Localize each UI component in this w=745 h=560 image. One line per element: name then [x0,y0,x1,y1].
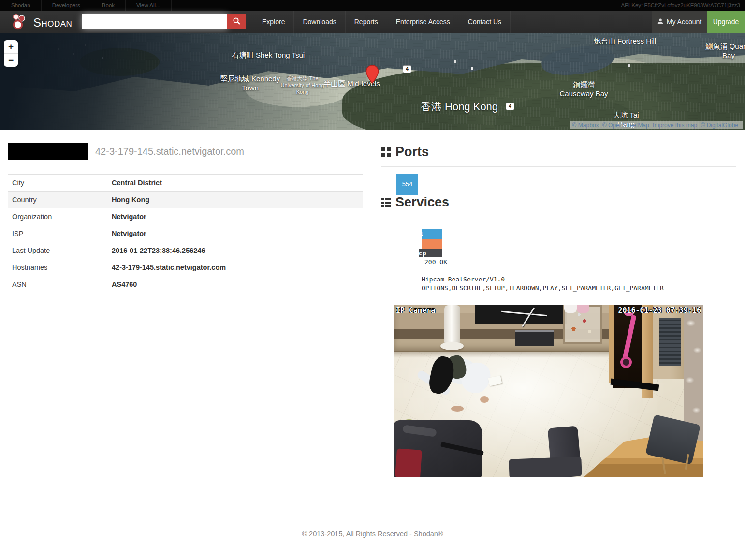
nav-item-reports[interactable]: Reports [345,11,387,33]
nav-item-downloads[interactable]: Downloads [293,11,345,33]
row-value: AS4760 [108,276,363,293]
map-label-causeway-bay: 銅鑼灣 Causeway Bay [556,80,612,99]
table-row: ASN AS4760 [8,276,363,293]
nav-item-contact-us[interactable]: Contact Us [459,11,511,33]
host-hostname: 42-3-179-145.static.netvigator.com [95,146,244,157]
utility-link-book[interactable]: Book [91,0,125,11]
digitalglobe-attribution-link[interactable]: © DigitalGlobe [701,122,738,129]
upgrade-button[interactable]: Upgrade [707,11,745,33]
ports-divider [381,166,736,167]
row-label: Last Update [8,242,108,259]
nav-item-enterprise-access[interactable]: Enterprise Access [387,11,459,33]
camera-overlay-label: IP Camera [396,306,435,315]
search-icon [233,17,241,27]
camera-art-door-frame-left [609,305,614,383]
map-pin-icon[interactable] [365,65,379,86]
bottom-divider [381,488,736,488]
service-protocol-badge: rtsp [422,239,442,249]
camera-screenshot[interactable]: IP Camera 2016-01-23 07:39:16 [394,305,703,477]
row-value: Netvigator [108,208,363,225]
row-label: ASN [8,276,108,293]
row-label: Hostnames [8,259,108,276]
service-status-line: 200 OK [424,258,736,266]
camera-art-tv [475,305,567,324]
row-label: City [8,175,108,192]
service-port-badge: 554 [422,229,442,239]
host-header: 42-3-179-145.static.netvigator.com [8,143,363,160]
host-header-divider [8,171,363,171]
table-row: Hostnames 42-3-179-145.static.netvigator… [8,259,363,276]
map-label-fortress-hill: 炮台山 Fortress Hill [592,37,657,46]
ports-title: Ports [395,145,429,160]
host-details-column: 42-3-179-145.static.netvigator.com City … [8,143,363,293]
camera-art-tower-fan [444,305,460,346]
table-row: ISP Netvigator [8,225,363,242]
route-shield-4-west: 4 [403,65,411,73]
redacted-ip-block [8,143,88,160]
row-label: Organization [8,208,108,225]
utility-link-view-all[interactable]: View All... [125,0,172,11]
main-content: 42-3-179-145.static.netvigator.com City … [0,130,745,523]
ports-grid-icon [381,147,391,157]
zoom-out-button[interactable]: − [4,54,18,67]
mapbox-attribution-link[interactable]: © Mapbox [572,122,599,129]
banner-line-methods: OPTIONS,DESCRIBE,SETUP,TEARDOWN,PLAY,SET… [422,284,664,292]
row-value: 42-3-179-145.static.netvigator.com [108,259,363,276]
camera-art-av-receiver [515,330,554,346]
utility-link-developers[interactable]: Developers [41,0,91,11]
row-value: Central District [108,175,363,192]
port-badge-554[interactable]: 554 [396,174,418,195]
camera-art-person-right-hand [480,396,489,403]
services-list-icon [381,198,391,207]
camera-art-person-knee [451,406,464,412]
service-badge-stack: 554 rtsp tcp [419,229,736,257]
camera-art-red-cushion [395,448,422,477]
services-heading: Services [381,195,736,210]
map-zoom-control: + − [4,40,18,67]
services-divider [381,217,736,217]
user-icon [657,18,664,26]
main-navbar: Shodan Explore Downloads Reports Enterpr… [0,11,745,33]
table-row: Organization Netvigator [8,208,363,225]
map-label-hong-kong: 香港 Hong Kong [406,100,512,114]
camera-art-fan-base [440,342,464,350]
host-details-table: City Central District Country Hong Kong … [8,174,363,293]
my-account-button[interactable]: My Account [652,11,707,33]
search-input[interactable] [82,14,227,29]
brand-name: Shodan [33,16,72,29]
table-row: Country Hong Kong [8,192,363,208]
utility-bar: Shodan Developers Book View All... API K… [0,0,745,11]
zoom-in-button[interactable]: + [4,40,18,54]
map-label-shek-tong-tsui: 石塘咀 Shek Tong Tsui [222,51,314,60]
service-transport-text: tcp [419,250,426,257]
camera-overlay-timestamp: 2016-01-23 07:39:16 [618,306,701,315]
nav-item-explore[interactable]: Explore [253,11,293,33]
camera-art-cabinet-shadow [394,351,621,358]
improve-map-link[interactable]: Improve this map [653,122,697,129]
my-account-label: My Account [667,18,701,26]
banner-line-server: Hipcam RealServer/V1.0 [422,276,505,283]
row-label: ISP [8,225,108,242]
utility-link-shodan[interactable]: Shodan [0,0,41,11]
service-port-text: 554 [422,230,423,237]
row-label: Country [8,192,108,208]
camera-art-sofa-seat [509,457,582,477]
services-column: Ports 554 Services 554 rtsp tcp 200 OK H… [381,145,736,488]
camera-art-figurines [564,305,577,313]
brand-logo[interactable]: Shodan [11,13,72,33]
route-shield-4-east: 4 [506,103,514,110]
row-value: Hong Kong [108,192,363,208]
osm-attribution-link[interactable]: © OpenStreetMap [602,122,649,129]
search-button[interactable] [227,14,246,29]
shodan-logo-icon [11,13,29,33]
table-row: Last Update 2016-01-22T23:38:46.256246 [8,242,363,259]
table-row: City Central District [8,175,363,192]
camera-art-bike-wheel [620,356,632,368]
service-banner: Hipcam RealServer/V1.0OPTIONS,DESCRIBE,S… [422,275,736,293]
row-value: 2016-01-22T23:38:46.256246 [108,242,363,259]
location-map[interactable]: 石塘咀 Shek Tong Tsui 堅尼地城 Kennedy Town 香港大… [0,33,745,130]
ports-heading: Ports [381,145,736,160]
map-label-quarry-bay: 鰂魚涌 Quarry Bay [702,42,745,60]
row-value: Netvigator [108,225,363,242]
map-attribution: © Mapbox © OpenStreetMap Improve this ma… [570,121,743,129]
